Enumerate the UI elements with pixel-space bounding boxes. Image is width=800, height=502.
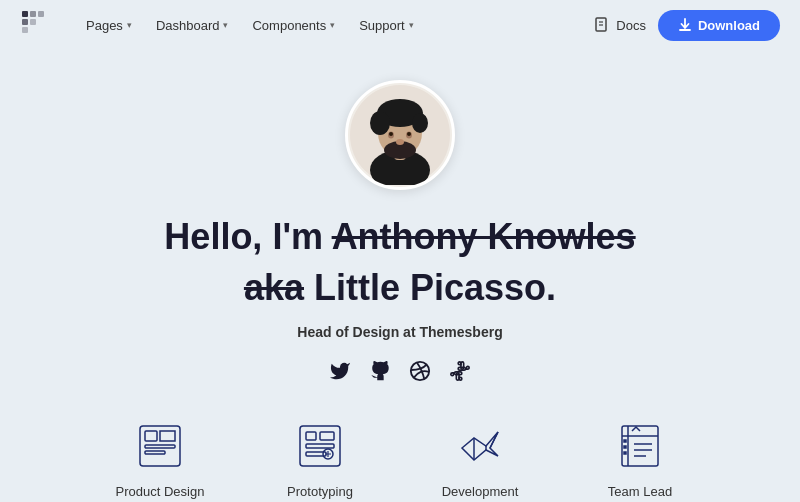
nav-links: Pages ▾ Dashboard ▾ Components ▾ Support… bbox=[76, 12, 594, 39]
docs-link[interactable]: Docs bbox=[594, 17, 646, 33]
navbar: Pages ▾ Dashboard ▾ Components ▾ Support… bbox=[0, 0, 800, 50]
svg-rect-0 bbox=[22, 11, 28, 17]
chevron-down-icon: ▾ bbox=[223, 20, 228, 30]
features-section: Product Design Prototyping bbox=[40, 418, 760, 499]
svg-rect-41 bbox=[624, 452, 626, 454]
svg-rect-29 bbox=[320, 432, 334, 440]
svg-rect-4 bbox=[38, 11, 44, 17]
team-lead-icon bbox=[612, 418, 668, 474]
svg-rect-26 bbox=[145, 451, 165, 454]
chevron-down-icon: ▾ bbox=[330, 20, 335, 30]
download-button[interactable]: Download bbox=[658, 10, 780, 41]
nav-right: Docs Download bbox=[594, 10, 780, 41]
docs-icon bbox=[594, 17, 610, 33]
svg-rect-40 bbox=[624, 446, 626, 448]
hero-heading-line1: Hello, I'm Anthony Knowles bbox=[164, 214, 635, 261]
prototyping-icon bbox=[292, 418, 348, 474]
svg-rect-25 bbox=[145, 445, 175, 448]
feature-development: Development bbox=[400, 418, 560, 499]
twitter-icon[interactable] bbox=[329, 360, 351, 382]
social-icons bbox=[329, 360, 471, 382]
svg-rect-1 bbox=[30, 11, 36, 17]
feature-prototyping: Prototyping bbox=[240, 418, 400, 499]
chevron-down-icon: ▾ bbox=[127, 20, 132, 30]
svg-rect-28 bbox=[306, 432, 316, 440]
logo[interactable] bbox=[20, 9, 52, 41]
svg-rect-3 bbox=[30, 19, 36, 25]
svg-rect-39 bbox=[624, 440, 626, 442]
nav-item-components[interactable]: Components ▾ bbox=[242, 12, 345, 39]
svg-rect-2 bbox=[22, 19, 28, 25]
svg-rect-24 bbox=[145, 431, 157, 441]
dribbble-icon[interactable] bbox=[409, 360, 431, 382]
feature-team-lead: Team Lead bbox=[560, 418, 720, 499]
feature-prototyping-label: Prototyping bbox=[287, 484, 353, 499]
nav-item-pages[interactable]: Pages ▾ bbox=[76, 12, 142, 39]
product-design-icon bbox=[132, 418, 188, 474]
hero-subtitle: Head of Design at Themesberg bbox=[297, 324, 502, 340]
feature-team-lead-label: Team Lead bbox=[608, 484, 672, 499]
svg-rect-30 bbox=[306, 444, 334, 448]
svg-point-21 bbox=[407, 132, 411, 136]
nav-item-support[interactable]: Support ▾ bbox=[349, 12, 424, 39]
feature-development-label: Development bbox=[442, 484, 519, 499]
svg-point-15 bbox=[412, 113, 428, 133]
chevron-down-icon: ▾ bbox=[409, 20, 414, 30]
avatar-image bbox=[350, 85, 450, 185]
slack-icon[interactable] bbox=[449, 360, 471, 382]
svg-point-19 bbox=[396, 139, 404, 145]
svg-point-20 bbox=[389, 132, 393, 136]
nav-item-dashboard[interactable]: Dashboard ▾ bbox=[146, 12, 239, 39]
github-icon[interactable] bbox=[369, 360, 391, 382]
svg-rect-5 bbox=[22, 27, 28, 33]
feature-product-design-label: Product Design bbox=[116, 484, 205, 499]
hero-section: Hello, I'm Anthony Knowles aka Little Pi… bbox=[0, 50, 800, 499]
hero-heading-line2: aka Little Picasso. bbox=[244, 265, 556, 312]
avatar bbox=[345, 80, 455, 190]
svg-point-14 bbox=[370, 111, 390, 135]
feature-product-design: Product Design bbox=[80, 418, 240, 499]
download-icon bbox=[678, 18, 692, 32]
development-icon bbox=[452, 418, 508, 474]
